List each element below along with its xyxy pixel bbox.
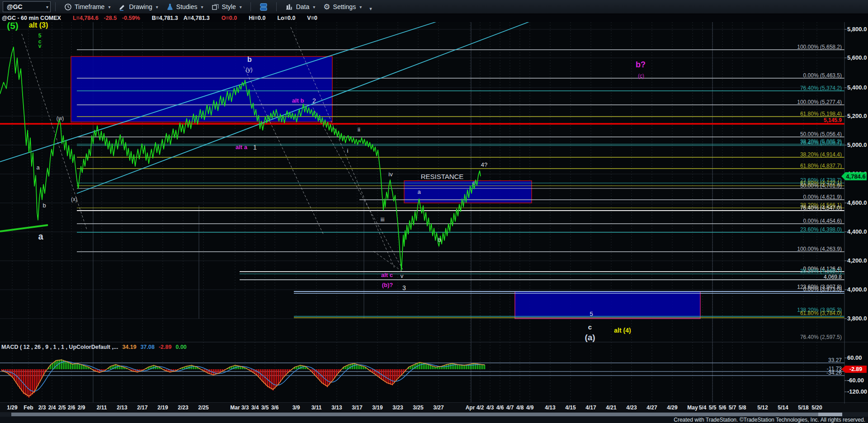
fib-label: 76.40% (5,006.7) <box>800 140 842 146</box>
gear-icon: ⚙ <box>323 3 330 11</box>
macd-histogram-bar <box>423 363 424 369</box>
macd-histogram-bar <box>215 369 216 375</box>
toolbar-divider <box>276 2 277 11</box>
y-axis-label: 5,800.0 <box>847 26 867 33</box>
bar-chart-icon <box>285 3 293 10</box>
macd-histogram-bar <box>79 364 80 369</box>
y-axis-label: 3,800.0 <box>847 315 867 322</box>
wave-annotation: v <box>38 43 42 49</box>
fib-label: 100.00% (4,263.9) <box>797 246 842 252</box>
macd-histogram-bar <box>271 369 272 390</box>
fib-label: 50.00% (5,056.4) <box>800 131 842 137</box>
chevron-down-icon: ▾ <box>156 5 158 9</box>
x-axis-label: 2/17 <box>132 404 152 411</box>
macd-histogram-bar <box>28 369 29 398</box>
collapse-chevron-icon[interactable]: ▾ <box>369 6 372 12</box>
x-axis-label: 4/23 <box>622 404 642 411</box>
macd-histogram-bar <box>459 365 460 369</box>
macd-histogram-bar <box>396 369 396 381</box>
macd-histogram-bar <box>278 369 279 385</box>
wave-5-target-box[interactable] <box>515 291 700 319</box>
macd-histogram-bar <box>320 369 321 381</box>
menu-style[interactable]: Style ▾ <box>208 1 246 13</box>
x-axis-label: 3/17 <box>347 404 367 411</box>
macd-histogram-bar <box>356 364 357 369</box>
chevron-down-icon: ▾ <box>108 5 110 9</box>
macd-histogram-bar <box>388 369 389 384</box>
key-level-label: 5,145.9 <box>824 117 842 123</box>
macd-axis-label: 60.00 <box>847 354 862 361</box>
macd-histogram-bar <box>30 369 31 396</box>
fib-label: 50.00% (4,701.9) <box>800 183 842 189</box>
x-axis-label: 3/6 <box>265 404 285 411</box>
x-axis-label: 4/9 <box>520 404 540 411</box>
wave-b-target-box[interactable] <box>71 56 332 122</box>
macd-histogram-bar <box>426 364 427 369</box>
menu-timeframe[interactable]: Timeframe ▾ <box>60 1 114 13</box>
menu-data[interactable]: Data ▾ <box>281 1 320 13</box>
x-axis-label: 4/17 <box>581 404 601 411</box>
x-axis-label: 2/23 <box>173 404 193 411</box>
menu-drawing-label: Drawing <box>129 3 152 10</box>
wave-annotation: 4? <box>481 161 487 168</box>
menu-settings[interactable]: ⚙ Settings ▾ <box>319 1 366 13</box>
wave-annotation: v <box>401 273 404 279</box>
layers-icon <box>259 3 268 11</box>
symbol-select[interactable]: @GC ▾ <box>3 1 51 12</box>
macd-histogram-bar <box>115 364 116 369</box>
macd-histogram-bar <box>27 369 28 396</box>
wave-annotation: b? <box>636 60 646 69</box>
macd-histogram-bar <box>74 364 75 369</box>
macd-readout-value: 0.00 <box>175 344 186 350</box>
macd-histogram-bar <box>397 369 398 379</box>
toolbar-divider <box>55 2 56 11</box>
x-axis-label: 3/9 <box>286 404 306 411</box>
menu-drawing[interactable]: Drawing ▾ <box>114 1 162 13</box>
macd-histogram-bar <box>392 369 393 385</box>
wave-annotation: 1 <box>253 144 257 151</box>
open: O=0.0 <box>222 15 237 21</box>
fib-label: 38.20% (4,914.4) <box>800 151 842 158</box>
chevron-down-icon: ▾ <box>313 5 315 9</box>
macd-study-label[interactable]: MACD ( 12 , 26 , 9 , 1 , 1 , UpColorDefa… <box>1 344 195 350</box>
macd-histogram-bar <box>461 365 462 369</box>
fib-label: 38.20% (4,169.7) <box>800 268 842 274</box>
macd-level-label: -34.26 <box>826 370 842 376</box>
macd-histogram-bar <box>72 364 73 369</box>
scrollbar-cap[interactable] <box>818 413 842 416</box>
scrollbar-thumb[interactable] <box>11 413 818 416</box>
symbol-info-bar: @GC - 60 min COMEX L=4,784.6 -28.5 -0.59… <box>0 14 868 22</box>
session-high: Hi=0.0 <box>249 15 265 21</box>
menu-style-label: Style <box>222 3 236 10</box>
macd-axis-label: -120.00 <box>847 388 867 395</box>
macd-histogram-bar <box>484 365 485 369</box>
menu-studies[interactable]: Studies ▾ <box>162 1 208 13</box>
wave-annotation: (c) <box>638 73 644 79</box>
wave-annotation: a <box>36 164 40 171</box>
x-axis-label: 2/9 <box>71 404 91 411</box>
macd-params: MACD ( 12 , 26 , 9 , 1 , 1 , UpColorDefa… <box>1 344 118 350</box>
wave-annotation: RESISTANCE <box>421 173 464 180</box>
macd-histogram-bar <box>273 369 274 390</box>
chevron-down-icon: ▾ <box>359 5 362 9</box>
fib-label: 4,069.8 <box>824 274 842 280</box>
macd-level-label: 33.27 <box>828 357 842 363</box>
wave-annotation: i <box>347 147 349 154</box>
flask-icon <box>166 3 174 11</box>
menu-data-label: Data <box>296 3 310 10</box>
macd-histogram-bar <box>481 364 481 369</box>
style-icon <box>212 3 219 11</box>
chart-canvas[interactable]: 100.00% (5,658.2)0.00% (5,463.5)76.40% (… <box>0 0 868 423</box>
fib-label: 0.00% (4,454.6) <box>803 218 842 224</box>
x-axis-label: 5/12 <box>753 404 773 411</box>
macd-histogram-bar <box>274 369 275 389</box>
x-axis: 1/29Feb2/32/42/52/62/92/112/132/172/192/… <box>0 404 868 412</box>
layers-button[interactable] <box>255 1 272 13</box>
macd-histogram-bar <box>56 360 57 369</box>
wave-annotation: 5 <box>38 33 42 39</box>
menu-settings-label: Settings <box>333 3 356 10</box>
macd-histogram-bar <box>332 369 333 381</box>
macd-histogram-bar <box>65 361 66 369</box>
chevron-down-icon: ▾ <box>240 5 242 9</box>
macd-histogram-bar <box>75 363 76 369</box>
